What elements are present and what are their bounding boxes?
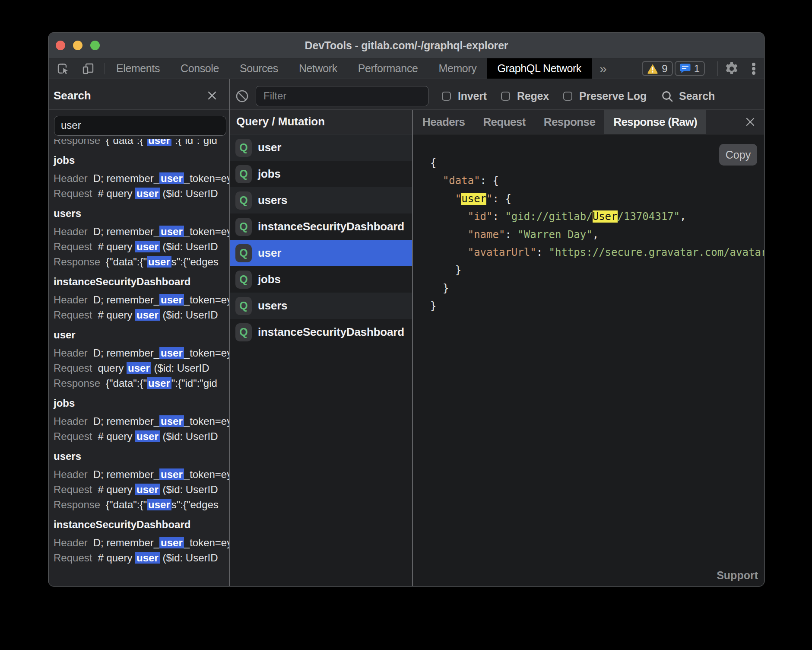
search-result-row[interactable]: HeaderD; remember_user_token=eyJhbGc <box>54 292 229 307</box>
search-panel-close-icon[interactable] <box>206 90 218 101</box>
search-result-label: Header <box>54 468 88 480</box>
json-line: } <box>430 261 764 279</box>
tab-graphql-network[interactable]: GraphQL Network <box>487 58 592 79</box>
search-result-row[interactable]: Response{"data":{"users":{"edges <box>54 254 229 269</box>
kebab-menu-icon[interactable] <box>749 61 758 76</box>
query-row-label: user <box>258 246 281 260</box>
detail-tab-headers[interactable]: Headers <box>413 110 474 134</box>
search-result-row[interactable]: Response{"data":{"user":{"id":"gid <box>54 139 229 148</box>
checkbox-box[interactable] <box>442 92 451 101</box>
raw-json[interactable]: { "data": { "user": { "id": "gid://gitla… <box>413 134 764 586</box>
search-result-label: Request <box>54 552 92 564</box>
detail-tab-request[interactable]: Request <box>474 110 534 134</box>
search-result-row[interactable]: Response{"data":{"user":{"id":"gid <box>54 376 229 391</box>
search-result-content: D; remember_user_token=eyJhbGc <box>93 468 229 480</box>
checkbox-box[interactable] <box>501 92 510 101</box>
query-row-instanceSecurityDashboard[interactable]: QinstanceSecurityDashboard <box>230 213 412 240</box>
search-result-group-title: users <box>54 206 229 221</box>
query-row-label: users <box>258 194 287 207</box>
search-result-group-title: instanceSecurityDashboard <box>54 517 229 532</box>
clear-icon[interactable] <box>235 89 249 103</box>
more-tabs-chevron[interactable]: » <box>592 59 615 79</box>
search-result-content: D; remember_user_token=eyJhbGc <box>93 537 229 548</box>
search-match-highlight: user <box>147 377 171 389</box>
query-row-user[interactable]: Quser <box>230 134 412 161</box>
search-result-row[interactable]: Request# query user ($id: UserID <box>54 307 229 322</box>
search-result-label: Response <box>54 377 100 389</box>
search-match-highlight: user <box>135 241 160 252</box>
warnings-badge[interactable]: 9 <box>642 61 672 76</box>
search-result-label: Response <box>54 499 100 510</box>
filter-input[interactable] <box>256 86 428 106</box>
toolbar-search-label: Search <box>679 90 715 102</box>
tab-elements[interactable]: Elements <box>106 58 170 79</box>
raw-response-view: { "data": { "user": { "id": "gid://gitla… <box>413 134 764 586</box>
json-line: "data": { <box>430 172 764 190</box>
detail-tab-response-raw-[interactable]: Response (Raw) <box>604 110 706 134</box>
search-result-row[interactable]: HeaderD; remember_user_token=eyJhbGc <box>54 535 229 550</box>
query-type-badge: Q <box>235 139 252 157</box>
search-result-row[interactable]: HeaderD; remember_user_token=eyJhbGc <box>54 224 229 239</box>
tab-network[interactable]: Network <box>289 58 348 79</box>
search-result-row[interactable]: HeaderD; remember_user_token=eyJhbGc <box>54 467 229 482</box>
search-result-row[interactable]: Request# query user ($id: UserID <box>54 482 229 497</box>
search-result-row[interactable]: HeaderD; remember_user_token=eyJhbGc <box>54 345 229 360</box>
search-result-label: Request <box>54 241 92 252</box>
query-row-jobs[interactable]: Qjobs <box>230 266 412 293</box>
tab-console[interactable]: Console <box>170 58 229 79</box>
search-result-row[interactable]: Requestquery user ($id: UserID <box>54 360 229 376</box>
messages-badge[interactable]: 1 <box>675 61 705 76</box>
search-result-row[interactable]: Request# query user ($id: UserID <box>54 429 229 444</box>
search-result-row[interactable]: Response{"data":{"users":{"edges <box>54 497 229 512</box>
query-row-users[interactable]: Qusers <box>230 187 412 213</box>
json-line: } <box>430 280 764 297</box>
search-results[interactable]: Response{"data":{"user":{"id":"gidjobsHe… <box>49 139 229 586</box>
search-result-label: Header <box>54 537 88 548</box>
search-match-highlight: user <box>135 188 160 199</box>
query-type-badge: Q <box>235 323 252 341</box>
search-match-highlight: user <box>147 499 171 510</box>
search-result-row[interactable]: HeaderD; remember_user_token=eyJhbGc <box>54 414 229 429</box>
query-row-jobs[interactable]: Qjobs <box>230 161 412 187</box>
query-list-panel: Query / Mutation QuserQjobsQusersQinstan… <box>230 110 412 586</box>
search-result-row[interactable]: HeaderD; remember_user_token=eyJhbGc <box>54 171 229 186</box>
query-row-label: instanceSecurityDashboard <box>258 220 404 233</box>
tab-performance[interactable]: Performance <box>348 58 428 79</box>
inspect-element-icon[interactable] <box>56 62 70 76</box>
checkbox-invert[interactable]: Invert <box>442 90 487 102</box>
detail-tab-response[interactable]: Response <box>535 110 604 134</box>
titlebar[interactable]: DevTools - gitlab.com/-/graphql-explorer <box>49 33 764 58</box>
search-icon <box>661 90 674 103</box>
gear-icon[interactable] <box>724 61 739 76</box>
checkbox-regex[interactable]: Regex <box>501 90 549 102</box>
query-row-users[interactable]: Qusers <box>230 293 412 319</box>
search-result-group-title: users <box>54 449 229 464</box>
support-link[interactable]: Support <box>717 569 758 582</box>
device-toolbar-icon[interactable] <box>81 62 95 76</box>
search-result-label: Response <box>54 139 100 146</box>
query-type-badge: Q <box>235 244 252 262</box>
query-row-label: users <box>258 299 287 312</box>
tab-sources[interactable]: Sources <box>229 58 289 79</box>
search-match-highlight: User <box>593 210 618 223</box>
search-input[interactable] <box>54 116 226 136</box>
detail-panel: HeadersRequestResponseResponse (Raw) { "… <box>413 110 764 586</box>
search-result-row[interactable]: Request# query user ($id: UserID <box>54 239 229 254</box>
search-result-content: {"data":{"user":{"id":"gid <box>106 139 217 146</box>
toolbar-search[interactable]: Search <box>661 90 715 103</box>
search-match-highlight: user <box>159 415 184 427</box>
query-type-badge: Q <box>235 297 252 315</box>
search-result-content: # query user ($id: UserID <box>98 552 218 564</box>
query-row-instanceSecurityDashboard[interactable]: QinstanceSecurityDashboard <box>230 319 412 345</box>
copy-button[interactable]: Copy <box>719 144 757 166</box>
search-result-row[interactable]: Request# query user ($id: UserID <box>54 550 229 565</box>
detail-panel-close-icon[interactable] <box>745 116 756 127</box>
tab-memory[interactable]: Memory <box>428 58 487 79</box>
checkbox-preserve-log[interactable]: Preserve Log <box>563 90 647 102</box>
detail-tabs: HeadersRequestResponseResponse (Raw) <box>413 110 764 134</box>
toolbar-divider <box>105 63 105 74</box>
query-row-user[interactable]: Quser <box>230 240 412 266</box>
checkbox-box[interactable] <box>563 92 572 101</box>
search-result-row[interactable]: Request# query user ($id: UserID <box>54 186 229 201</box>
search-match-highlight: user <box>159 294 184 306</box>
